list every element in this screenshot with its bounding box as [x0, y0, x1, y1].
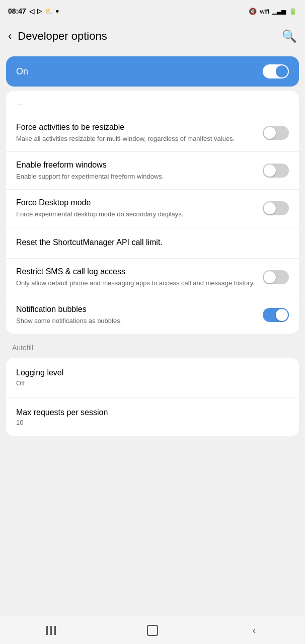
back-icon: ‹ [253, 624, 256, 636]
back-button[interactable]: ‹ [8, 30, 12, 43]
setting-content-force-desktop: Force Desktop mode Force experimental de… [16, 198, 263, 219]
setting-content-restrict-sms: Restrict SMS & call log access Only allo… [16, 267, 263, 288]
partial-item-text: ... [16, 98, 23, 106]
battery-icon: 🔋 [289, 8, 297, 15]
play-icon: ▷ [37, 8, 42, 15]
header-left: ‹ Developer options [8, 30, 107, 43]
wifi-icon: wifi [260, 8, 269, 15]
toggle-notification-bubbles[interactable] [263, 308, 289, 322]
toggle-force-activities[interactable] [263, 126, 289, 140]
toggle-force-desktop[interactable] [263, 201, 289, 215]
recent-icon [46, 626, 56, 635]
on-label: On [16, 66, 28, 77]
setting-title-force-desktop: Force Desktop mode [16, 198, 257, 208]
developer-options-toggle-banner[interactable]: On [6, 56, 299, 87]
setting-content-force-activities: Force activities to be resizable Make al… [16, 122, 263, 143]
toggle-knob-force-desktop [264, 202, 276, 214]
toggle-knob-force-activities [264, 127, 276, 139]
page-title: Developer options [18, 30, 107, 43]
nav-icon: ◁ [29, 8, 34, 15]
setting-title-force-activities: Force activities to be resizable [16, 122, 257, 133]
setting-desc-notification-bubbles: Show some notifications as bubbles. [16, 316, 257, 326]
status-bar: 08:47 ◁ ▷ ⛅ • 🔇 wifi ▁▃▅ 🔋 [0, 0, 305, 20]
setting-desc-restrict-sms: Only allow default phone and messaging a… [16, 279, 257, 288]
toggle-knob-notification-bubbles [276, 309, 288, 321]
setting-item-max-requests[interactable]: Max requests per session 10 [6, 397, 299, 437]
toggle-knob-restrict-sms [264, 271, 276, 283]
setting-item-restrict-sms[interactable]: Restrict SMS & call log access Only allo… [6, 259, 299, 296]
autofill-section-label: Autofill [0, 336, 305, 356]
time-display: 08:47 [8, 7, 26, 15]
setting-item-logging-level[interactable]: Logging level Off [6, 358, 299, 397]
search-button[interactable]: 🔍 [282, 29, 297, 43]
setting-desc-force-desktop: Force experimental desktop mode on secon… [16, 210, 257, 219]
setting-title-restrict-sms: Restrict SMS & call log access [16, 267, 257, 277]
toggle-restrict-sms[interactable] [263, 270, 289, 284]
autofill-card: Logging level Off Max requests per sessi… [6, 358, 299, 437]
setting-title-freeform-windows: Enable freeform windows [16, 160, 257, 171]
setting-content-notification-bubbles: Notification bubbles Show some notificat… [16, 304, 263, 326]
setting-item-force-activities[interactable]: Force activities to be resizable Make al… [6, 114, 299, 152]
toggle-knob-freeform-windows [264, 165, 276, 177]
header: ‹ Developer options 🔍 [0, 20, 305, 52]
status-right: 🔇 wifi ▁▃▅ 🔋 [249, 8, 297, 15]
partial-item: ... [6, 91, 299, 114]
settings-card: ... Force activities to be resizable Mak… [6, 91, 299, 334]
nav-back-button[interactable]: ‹ [239, 620, 269, 640]
setting-title-notification-bubbles: Notification bubbles [16, 304, 257, 315]
setting-desc-force-activities: Make all activities resizable for multi-… [16, 134, 257, 143]
nav-recent-button[interactable] [36, 620, 66, 640]
setting-item-force-desktop[interactable]: Force Desktop mode Force experimental de… [6, 190, 299, 227]
toggle-knob [276, 65, 288, 77]
setting-value-max-requests: 10 [16, 419, 289, 426]
setting-title-max-requests: Max requests per session [16, 408, 289, 418]
signal-icon: ▁▃▅ [272, 8, 286, 15]
setting-content-freeform-windows: Enable freeform windows Enable support f… [16, 160, 263, 181]
setting-item-freeform-windows[interactable]: Enable freeform windows Enable support f… [6, 152, 299, 190]
mute-icon: 🔇 [249, 8, 257, 15]
bottom-nav: ‹ [0, 616, 305, 644]
setting-item-reset-shortcut[interactable]: Reset the ShortcutManager API call limit… [6, 227, 299, 259]
developer-options-toggle[interactable] [263, 64, 289, 78]
setting-value-logging-level: Off [16, 379, 289, 387]
toggle-freeform-windows[interactable] [263, 164, 289, 178]
setting-title-logging-level: Logging level [16, 368, 289, 378]
weather-icon: ⛅ [45, 8, 53, 15]
setting-desc-freeform-windows: Enable support for experimental freeform… [16, 172, 257, 181]
nav-home-button[interactable] [137, 620, 168, 640]
home-icon [147, 625, 158, 636]
setting-title-reset-shortcut: Reset the ShortcutManager API call limit… [16, 237, 289, 248]
dot-icon: • [56, 7, 59, 16]
setting-item-notification-bubbles[interactable]: Notification bubbles Show some notificat… [6, 296, 299, 334]
status-left: 08:47 ◁ ▷ ⛅ • [8, 7, 59, 16]
